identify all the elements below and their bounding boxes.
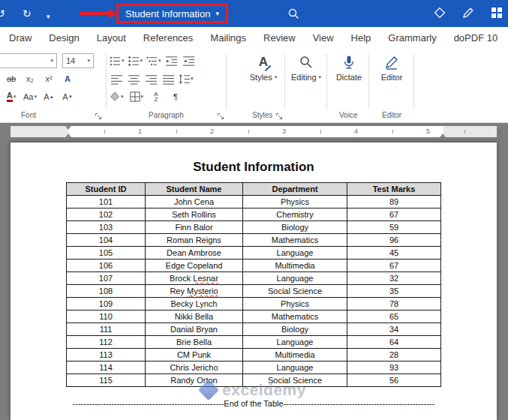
text-effects-button[interactable]: A bbox=[61, 72, 74, 86]
cell-department[interactable]: Biology bbox=[243, 323, 347, 336]
cell-student-id[interactable]: 106 bbox=[67, 260, 146, 272]
cell-department[interactable]: Social Science bbox=[243, 285, 347, 298]
font-dialog-launcher-icon[interactable] bbox=[95, 112, 103, 121]
show-paragraph-marks-button[interactable]: ¶ bbox=[169, 90, 182, 104]
increase-indent-button[interactable] bbox=[182, 54, 196, 68]
cell-test-marks[interactable]: 28 bbox=[347, 349, 441, 362]
cell-department[interactable]: Language bbox=[243, 336, 347, 349]
cell-student-name[interactable]: Dean Ambrose bbox=[146, 247, 243, 260]
decrease-indent-button[interactable] bbox=[165, 54, 179, 68]
cell-test-marks[interactable]: 96 bbox=[347, 234, 441, 247]
column-header[interactable]: Department bbox=[243, 183, 347, 196]
cell-department[interactable]: Language bbox=[243, 362, 347, 374]
align-right-button[interactable] bbox=[144, 72, 158, 86]
tab-layout[interactable]: Layout bbox=[97, 32, 126, 44]
cell-student-name[interactable]: Danial Bryan bbox=[146, 323, 243, 336]
ruler[interactable]: 123456 bbox=[0, 123, 508, 141]
document-page[interactable]: Student Information Student IDStudent Na… bbox=[11, 142, 497, 420]
column-header[interactable]: Student ID bbox=[67, 183, 146, 196]
pen-icon[interactable] bbox=[461, 6, 475, 20]
cell-student-id[interactable]: 113 bbox=[67, 349, 146, 362]
cell-test-marks[interactable]: 78 bbox=[347, 298, 441, 310]
font-size-combobox[interactable]: 14▾ bbox=[62, 53, 94, 68]
cell-test-marks[interactable]: 67 bbox=[347, 208, 441, 221]
grow-font-button[interactable]: A▲ bbox=[42, 90, 56, 104]
cell-student-name[interactable]: Rey Mysterio bbox=[146, 285, 243, 298]
cell-student-id[interactable]: 102 bbox=[67, 208, 146, 221]
numbering-button[interactable]: ▾ bbox=[128, 54, 143, 68]
dictate-button[interactable]: Dictate bbox=[328, 54, 370, 82]
bullets-button[interactable]: ▾ bbox=[110, 54, 125, 68]
strikethrough-button[interactable]: ab bbox=[5, 72, 18, 86]
tab-review[interactable]: Review bbox=[263, 32, 296, 44]
tab-view[interactable]: View bbox=[313, 32, 334, 44]
cell-student-name[interactable]: John Cena bbox=[146, 196, 243, 208]
subscript-button[interactable]: x₂ bbox=[23, 72, 37, 86]
borders-button[interactable]: ▾ bbox=[130, 90, 144, 104]
cell-test-marks[interactable]: 32 bbox=[347, 272, 441, 285]
cell-test-marks[interactable]: 93 bbox=[347, 362, 441, 374]
first-line-indent-marker[interactable] bbox=[65, 126, 71, 130]
line-spacing-button[interactable]: ▾ bbox=[179, 72, 194, 86]
paragraph-dialog-launcher-icon[interactable] bbox=[217, 112, 225, 121]
cell-test-marks[interactable]: 64 bbox=[347, 336, 441, 349]
cell-test-marks[interactable]: 59 bbox=[347, 221, 441, 234]
cell-test-marks[interactable]: 45 bbox=[347, 247, 441, 260]
redo-icon[interactable]: ↻ bbox=[23, 7, 32, 20]
cell-student-name[interactable]: Becky Lynch bbox=[146, 298, 243, 310]
tab-mailings[interactable]: Mailings bbox=[210, 32, 246, 44]
cell-student-id[interactable]: 111 bbox=[67, 323, 146, 336]
tab-references[interactable]: References bbox=[143, 32, 193, 44]
cell-student-id[interactable]: 103 bbox=[67, 221, 146, 234]
cell-department[interactable]: Biology bbox=[243, 221, 347, 234]
cell-department[interactable]: Language bbox=[243, 247, 347, 260]
align-center-button[interactable] bbox=[127, 72, 140, 86]
cell-student-id[interactable]: 109 bbox=[67, 298, 146, 310]
cell-department[interactable]: Multimedia bbox=[243, 260, 347, 272]
cell-student-id[interactable]: 110 bbox=[67, 310, 146, 323]
column-header[interactable]: Test Marks bbox=[347, 183, 441, 196]
document-heading[interactable]: Student Information bbox=[11, 159, 497, 175]
ruler-strip[interactable]: 123456 bbox=[11, 126, 497, 137]
cell-student-id[interactable]: 105 bbox=[67, 247, 146, 260]
cell-department[interactable]: Physics bbox=[243, 196, 347, 208]
multilevel-list-button[interactable]: ▾ bbox=[146, 54, 161, 68]
tab-draw[interactable]: Draw bbox=[9, 32, 32, 44]
hanging-indent-marker[interactable] bbox=[65, 134, 71, 137]
font-color-button[interactable]: A bbox=[7, 92, 13, 102]
cell-student-name[interactable]: Roman Reigns bbox=[146, 234, 243, 247]
editor-button[interactable]: Editor bbox=[371, 54, 413, 82]
cell-student-name[interactable]: Seth Rollins bbox=[146, 208, 243, 221]
tab-help[interactable]: Help bbox=[351, 32, 371, 44]
justify-button[interactable] bbox=[161, 72, 175, 86]
cell-student-name[interactable]: Edge Copeland bbox=[146, 260, 243, 272]
tab-design[interactable]: Design bbox=[49, 32, 79, 44]
editing-button[interactable]: Editing▾ bbox=[285, 54, 327, 82]
cell-test-marks[interactable]: 89 bbox=[347, 196, 441, 208]
cell-department[interactable]: Physics bbox=[243, 298, 347, 310]
cell-student-id[interactable]: 112 bbox=[67, 336, 146, 349]
cell-department[interactable]: Mathematics bbox=[243, 310, 347, 323]
cell-student-id[interactable]: 108 bbox=[67, 285, 146, 298]
styles-dialog-launcher-icon[interactable] bbox=[275, 112, 284, 121]
cell-department[interactable]: Chemistry bbox=[243, 208, 347, 221]
cell-department[interactable]: Mathematics bbox=[243, 234, 347, 247]
end-of-table-line[interactable]: ----------------------------------------… bbox=[66, 398, 441, 409]
styles-button[interactable]: A Styles▾ bbox=[242, 54, 284, 82]
cell-student-name[interactable]: Brock Lesnar bbox=[146, 272, 243, 285]
cell-student-id[interactable]: 115 bbox=[67, 374, 146, 387]
cell-test-marks[interactable]: 34 bbox=[347, 323, 441, 336]
cell-student-id[interactable]: 114 bbox=[67, 362, 146, 374]
cell-department[interactable]: Multimedia bbox=[243, 349, 347, 362]
shading-button[interactable]: ▾ bbox=[110, 90, 124, 104]
sort-button[interactable]: AZ bbox=[149, 90, 163, 104]
cell-test-marks[interactable]: 56 bbox=[347, 374, 441, 387]
column-header[interactable]: Student Name bbox=[146, 183, 243, 196]
shrink-font-button[interactable]: A▼ bbox=[61, 90, 74, 104]
tab-dopdf-10[interactable]: doPDF 10 bbox=[454, 32, 498, 44]
superscript-button[interactable]: x² bbox=[42, 72, 56, 86]
cell-student-id[interactable]: 101 bbox=[67, 196, 146, 208]
present-diamond-icon[interactable] bbox=[433, 6, 446, 20]
cell-department[interactable]: Language bbox=[243, 272, 347, 285]
undo-icon[interactable]: ↺ bbox=[0, 7, 5, 20]
